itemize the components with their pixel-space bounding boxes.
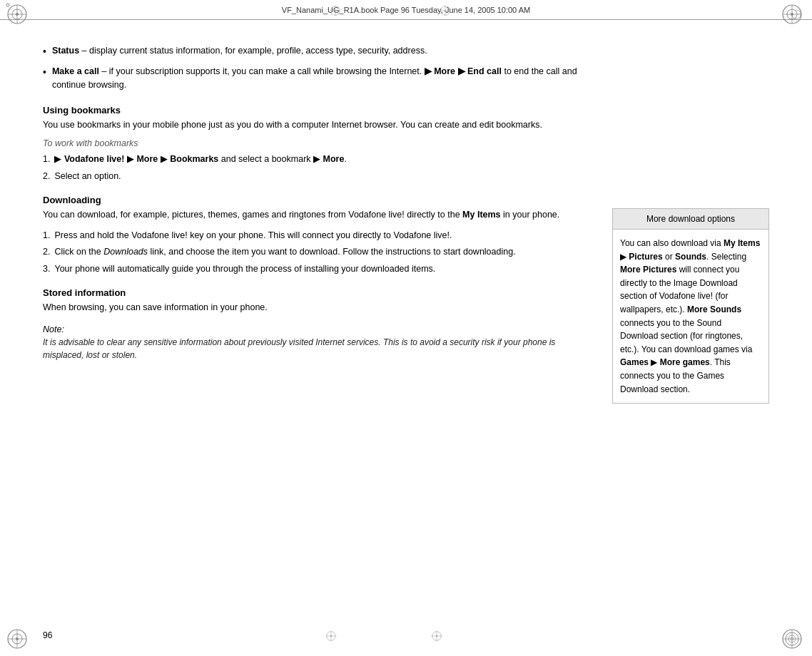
corner-bottom-right-decoration — [781, 627, 806, 653]
bottom-center-right-decoration — [430, 630, 443, 645]
corner-bottom-left-decoration — [6, 627, 31, 653]
download-step-2: 2. Click on the Downloads link, and choo… — [43, 245, 598, 259]
download-step-1: 1. Press and hold the Vodafone live! key… — [43, 229, 598, 242]
svg-point-37 — [436, 635, 438, 637]
downloading-body: You can download, for example, pictures,… — [43, 208, 598, 222]
step2-num: 2. — [43, 170, 50, 183]
end-call-label: End call — [467, 66, 502, 76]
bullet-section: • Status – display current status inform… — [43, 44, 598, 92]
sidebar-pictures: Pictures — [629, 252, 662, 262]
downloads-italic: Downloads — [103, 247, 148, 257]
note-label: Note: — [43, 324, 598, 334]
my-items-label: My Items — [462, 210, 501, 220]
sidebar-games: Games — [620, 357, 649, 367]
sidebar-sounds: Sounds — [675, 252, 706, 262]
sidebar-more-sounds: More Sounds — [687, 304, 741, 314]
downloading-body-text: You can download, for example, pictures,… — [43, 210, 462, 220]
vodafone-live-label: Vodafone live! — [64, 154, 125, 164]
downloading-suffix: in your phone. — [501, 210, 560, 220]
top-inner-right-decoration — [439, 4, 452, 19]
bookmarks-heading: Using bookmarks — [43, 105, 598, 116]
downloading-steps: 1. Press and hold the Vodafone live! key… — [43, 229, 598, 276]
bookmarks-body: You use bookmarks in your mobile phone j… — [43, 118, 598, 132]
step2-text: Select an option. — [54, 170, 121, 183]
stored-info-heading: Stored information — [43, 287, 598, 298]
dl-step3-num: 3. — [43, 262, 50, 276]
header-bar: VF_Nanami_UG_R1A.book Page 96 Tuesday, J… — [0, 0, 812, 20]
make-call-text: if your subscription supports it, you ca… — [109, 66, 425, 76]
stored-info-section: Stored information When browsing, you ca… — [43, 287, 598, 314]
right-column: More download options You can also downl… — [612, 23, 769, 620]
svg-point-33 — [330, 635, 333, 637]
dl-step2-text: Click on the Downloads link, and choose … — [54, 245, 515, 259]
bottom-center-left-decoration — [325, 630, 338, 645]
make-call-label: Make a call — [52, 66, 99, 76]
bullet-item-status: • Status – display current status inform… — [43, 44, 598, 59]
step1-num: 1. — [43, 153, 50, 166]
make-call-separator: – — [99, 66, 109, 76]
svg-point-29 — [444, 10, 446, 12]
more-label-2: More — [136, 154, 158, 164]
sidebar-box-header: More download options — [613, 209, 768, 230]
sidebar-more-games: More games — [660, 357, 710, 367]
left-column: • Status – display current status inform… — [43, 23, 598, 620]
bookmarks-label: Bookmarks — [170, 154, 218, 164]
stored-info-body: When browsing, you can save information … — [43, 301, 598, 314]
page-container: VF_Nanami_UG_R1A.book Page 96 Tuesday, J… — [0, 0, 812, 656]
corner-top-left-decoration — [6, 3, 31, 29]
more-label: ▶ More ▶ — [425, 66, 467, 76]
more-label-3: More — [323, 154, 345, 164]
status-text: display current status information, for … — [89, 46, 427, 56]
sidebar-more-pictures: More Pictures — [620, 265, 676, 275]
bookmarks-sub-heading: To work with bookmarks — [43, 138, 598, 148]
download-step-3: 3. Your phone will automatically guide y… — [43, 262, 598, 276]
corner-top-right-decoration — [781, 3, 806, 29]
status-label: Status — [52, 46, 79, 56]
header-text: VF_Nanami_UG_R1A.book Page 96 Tuesday, J… — [282, 6, 530, 14]
sidebar-box: More download options You can also downl… — [612, 208, 769, 404]
dl-step1-text: Press and hold the Vodafone live! key on… — [54, 229, 452, 242]
bullet-item-make-call: • Make a call – if your subscription sup… — [43, 65, 598, 92]
content-area: • Status – display current status inform… — [43, 23, 769, 620]
status-separator: – — [79, 46, 89, 56]
bookmarks-section: Using bookmarks You use bookmarks in you… — [43, 105, 598, 183]
downloading-section: Downloading You can download, for exampl… — [43, 195, 598, 276]
bookmark-step-1: 1. ▶ Vodafone live! ▶ More ▶ Bookmarks a… — [43, 153, 598, 166]
page-number: 96 — [43, 630, 52, 640]
bullet-text-make-call: Make a call – if your subscription suppo… — [52, 65, 598, 92]
step1-text: ▶ Vodafone live! ▶ More ▶ Bookmarks and … — [54, 153, 346, 166]
dl-step1-num: 1. — [43, 229, 50, 242]
bullet-text-status: Status – display current status informat… — [52, 44, 598, 58]
svg-point-25 — [334, 10, 336, 12]
bookmarks-steps: 1. ▶ Vodafone live! ▶ More ▶ Bookmarks a… — [43, 153, 598, 183]
bullet-dot-2: • — [43, 65, 46, 80]
dl-step2-num: 2. — [43, 245, 50, 259]
bullet-dot-1: • — [43, 44, 46, 59]
note-section: Note: It is advisable to clear any sensi… — [43, 324, 598, 362]
downloading-heading: Downloading — [43, 195, 598, 205]
top-inner-left-decoration — [329, 4, 342, 19]
svg-point-5 — [6, 4, 9, 6]
bookmark-step-2: 2. Select an option. — [43, 170, 598, 183]
dl-step3-text: Your phone will automatically guide you … — [54, 262, 435, 276]
note-text: It is advisable to clear any sensitive i… — [43, 336, 598, 362]
sidebar-box-body: You can also download via My Items ▶ Pic… — [613, 230, 768, 403]
sidebar-my-items: My Items — [724, 238, 760, 248]
